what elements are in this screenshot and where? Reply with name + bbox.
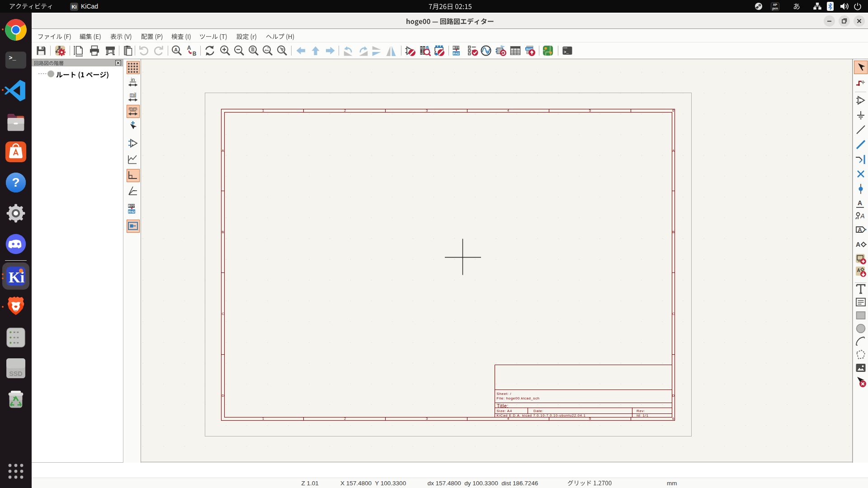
svg-text:A: A (222, 149, 224, 153)
svg-text:>_: >_ (564, 50, 569, 55)
svg-text:3: 3 (426, 108, 428, 113)
svg-text:6: 6 (672, 108, 674, 113)
svg-text:1: 1 (262, 108, 264, 113)
svg-text:Rev:: Rev: (637, 409, 645, 413)
svg-text:R??: R?? (453, 46, 459, 50)
svg-text:B: B (222, 230, 224, 234)
svg-text:A: A (857, 199, 862, 206)
svg-text:R42: R42 (128, 210, 135, 214)
svg-text:mil: mil (130, 92, 137, 97)
svg-text:File: hoge00.kicad_sch: File: hoge00.kicad_sch (497, 396, 540, 400)
svg-text:mm: mm (128, 106, 137, 111)
svg-text:4: 4 (507, 108, 509, 113)
svg-text:KiCad E.D.A. kicad 7.0.10-7.0: KiCad E.D.A. kicad 7.0.10-7.0.10-ubuntu2… (497, 413, 586, 418)
svg-text:Sheet: /: Sheet: / (497, 392, 512, 396)
svg-text:Date:: Date: (533, 409, 543, 413)
svg-text:Title:: Title: (497, 403, 509, 408)
svg-text:>_: >_ (9, 55, 16, 61)
svg-text:A: A (857, 268, 860, 273)
svg-text:2: 2 (344, 417, 346, 421)
svg-text:Size: A4: Size: A4 (497, 409, 512, 413)
svg-text:R42: R42 (453, 52, 460, 56)
svg-text:B: B (672, 230, 675, 234)
svg-text:D: D (672, 394, 675, 398)
svg-text:A: A (855, 241, 860, 248)
svg-text:?: ? (12, 175, 19, 189)
svg-text:5: 5 (589, 417, 591, 421)
svg-text:1: 1 (262, 417, 264, 421)
svg-text:in: in (131, 77, 135, 82)
svg-text:B: B (193, 51, 197, 56)
svg-text:6: 6 (672, 417, 674, 421)
svg-text:Id: 1/1: Id: 1/1 (637, 413, 648, 418)
svg-text:A: A (672, 149, 675, 153)
svg-text:C: C (222, 312, 224, 316)
svg-text:A: A (174, 47, 178, 52)
svg-text:D: D (222, 394, 224, 398)
svg-text:C: C (672, 312, 675, 316)
svg-text:A: A (187, 45, 191, 51)
svg-text:3: 3 (426, 417, 428, 421)
svg-text:SSD: SSD (9, 370, 22, 377)
svg-text:2: 2 (344, 108, 346, 113)
svg-text:R??: R?? (128, 204, 135, 208)
svg-text:A: A (858, 226, 862, 233)
svg-text:5: 5 (589, 108, 591, 113)
svg-text:A: A (860, 212, 864, 220)
